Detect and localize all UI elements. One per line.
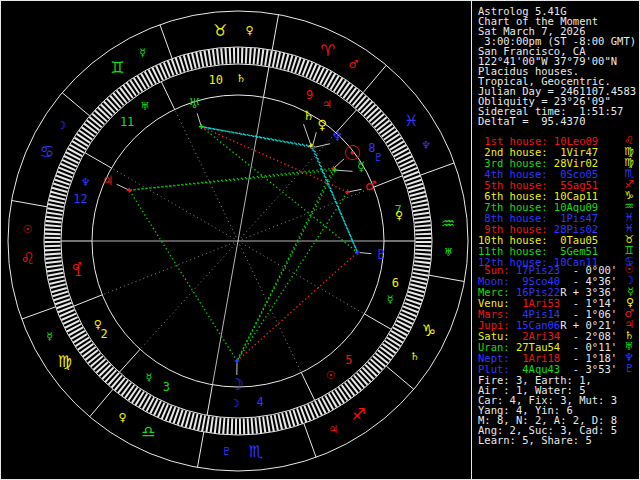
aspect-line-trine (237, 170, 335, 361)
house-divider (73, 295, 102, 306)
sign-aries-icon: ♈ (321, 41, 335, 60)
aspect-line-square (201, 127, 347, 192)
house-divider (85, 153, 112, 168)
house-ruler-icon: ♄ (236, 72, 246, 85)
sign-ruler-icon: ♀ (246, 24, 254, 37)
house-divider (119, 349, 140, 372)
element-stats: Fire: 3, Earth: 1,Air : 1, Water: 5Car: … (478, 375, 637, 445)
house-cusp-line (238, 187, 374, 241)
house-ruler-icon: ☿ (387, 293, 394, 306)
house-divider (301, 373, 314, 401)
sign-ruler-icon: ☿ (139, 46, 146, 59)
house-number: 9 (306, 88, 313, 102)
house-cusp-line (238, 241, 301, 373)
house-number: 6 (392, 276, 399, 290)
sign-ruler-icon: ☽ (56, 119, 66, 132)
mercury-icon: ☿ (357, 159, 365, 174)
sign-divider (12, 200, 47, 206)
house-divider (161, 82, 174, 110)
house-ruler-icon: ♀ (94, 318, 102, 331)
house-ruler-icon: ♅ (140, 100, 150, 113)
mars-icon: ♂ (365, 178, 377, 193)
sign-ruler-icon: ♀ (119, 411, 127, 424)
venus-icon: ♀ (317, 117, 327, 132)
moon-icon: ☽ (230, 375, 244, 394)
house-ruler-icon: ♃ (322, 98, 332, 111)
house-divider (264, 67, 269, 98)
house-number: 11 (120, 115, 134, 129)
jupiter-icon: ♃ (102, 173, 114, 188)
sign-ruler-icon: ♃ (328, 423, 338, 436)
sign-gemini-icon: ♊ (110, 58, 124, 77)
sign-capricorn-icon: ♑ (422, 321, 436, 340)
sign-ruler-icon: ♂ (348, 58, 358, 71)
sign-leo-icon: ♌ (21, 249, 35, 268)
house-cusp-list: 1st house: 10Leo09♌ 2nd house: 1Vir47♍ 3… (478, 136, 637, 268)
house-divider (364, 314, 391, 329)
sign-divider (429, 275, 464, 281)
house-number: 12 (73, 192, 87, 206)
planet-leader-line (335, 170, 353, 171)
house-ruler-icon: ☉ (326, 369, 336, 382)
sign-divider (386, 366, 414, 389)
sign-ruler-icon: ♅ (444, 246, 454, 259)
house-number: 3 (163, 380, 170, 394)
aspect-line-trine (237, 168, 334, 361)
sign-ruler-icon: ☉ (22, 223, 32, 236)
planet-leader-line (117, 184, 130, 190)
house-divider (374, 176, 403, 187)
sign-divider (160, 25, 172, 59)
chart-wheel: ☉☽☿♀♂♃♄♅♆♇♈♂♉♀♊☿♋☽♌☉♍☿♎♀♏♇♐♃♑♄♒♅♓♆1♂2♀3☿… (1, 1, 473, 480)
aspect-line-trine (237, 192, 348, 361)
saturn-icon: ♄ (303, 108, 315, 123)
sign-divider (197, 432, 203, 467)
sign-pisces-icon: ♓ (404, 111, 418, 130)
sign-cancer-icon: ♋ (40, 142, 54, 161)
house-ruler-icon: ♀ (395, 209, 403, 222)
house-ruler-icon: ☽ (230, 397, 240, 410)
sign-divider (62, 93, 90, 116)
sign-ruler-icon: ♇ (221, 445, 231, 458)
house-cusp-line (140, 241, 238, 349)
house-number: 10 (209, 73, 223, 87)
panel-divider (471, 1, 472, 479)
house-cusp-line (238, 241, 364, 314)
sign-divider (304, 423, 316, 457)
house-cusp-line (112, 168, 238, 241)
chart-header: Astrolog 5.41GChart of the MomentSat Mar… (478, 6, 637, 126)
house-number: 4 (257, 395, 264, 409)
house-ruler-icon: ♇ (373, 151, 383, 164)
sign-divider (90, 389, 113, 417)
sign-virgo-icon: ♍ (58, 352, 72, 371)
sign-ruler-icon: ♆ (421, 139, 431, 152)
uranus-icon: ♅ (188, 96, 200, 111)
sign-sagittarius-icon: ♐ (351, 405, 365, 424)
aspect-line-trine (201, 127, 357, 253)
sign-libra-icon: ♎ (141, 422, 155, 441)
aspect-line-trine (129, 170, 335, 190)
house-cusp-line (102, 241, 238, 295)
neptune-icon: ♆ (331, 129, 343, 144)
house-number: 5 (345, 353, 352, 367)
sign-divider (22, 307, 56, 319)
sign-divider (420, 163, 454, 175)
astrolog-window: ☉☽☿♀♂♃♄♅♆♇♈♂♉♀♊☿♋☽♌☉♍☿♎♀♏♇♐♃♑♄♒♅♓♆1♂2♀3☿… (0, 0, 640, 480)
sign-aquarius-icon: ♒ (441, 214, 455, 233)
sign-ruler-icon: ♄ (410, 350, 420, 363)
planet-leader-line (304, 124, 312, 146)
pluto-icon: ♇ (376, 247, 388, 262)
house-ruler-icon: ♂ (72, 260, 82, 273)
planet-leader-line (313, 144, 330, 148)
angle-cusp-line (212, 241, 238, 385)
house-ruler-icon: ♆ (81, 176, 91, 189)
aspect-line-square (237, 252, 357, 361)
angle-cusp-line (238, 97, 264, 241)
house-cusp-line (175, 109, 238, 241)
sign-scorpio-icon: ♏ (249, 442, 263, 461)
sign-ruler-icon: ☿ (46, 330, 53, 343)
house-ruler-icon: ☿ (146, 371, 153, 384)
planet-position-list: Sun: 17Pis23 - 0°00'☉Moon: 9Sco40 - 4°36… (478, 265, 637, 375)
planet-icon: ♇ (624, 363, 634, 374)
info-panel: Astrolog 5.41GChart of the MomentSat Mar… (473, 1, 639, 479)
sign-taurus-icon: ♉ (213, 21, 227, 40)
